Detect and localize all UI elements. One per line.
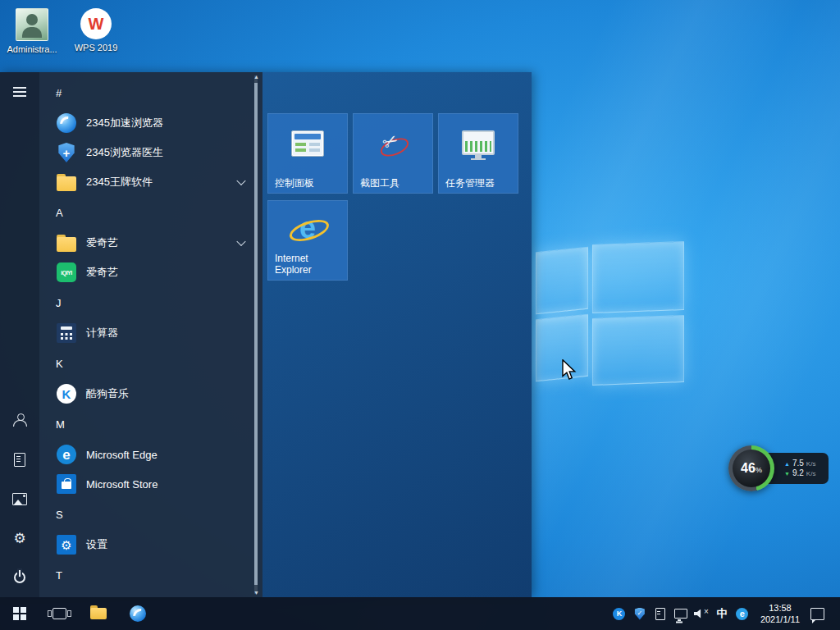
net-speed-widget[interactable]: ▲ 7.5 K/s ▼ 9.2 K/s 46% bbox=[728, 445, 829, 491]
ime-label: 中 bbox=[716, 606, 727, 621]
upload-speed-row: ▲ 7.5 K/s bbox=[784, 459, 829, 468]
tile-internet-explorer[interactable]: e Internet Explorer bbox=[267, 200, 348, 281]
task-manager-icon bbox=[462, 130, 495, 155]
app-item-label: 计算器 bbox=[86, 326, 118, 340]
tile-task-manager[interactable]: 任务管理器 bbox=[438, 113, 518, 194]
taskbar-clock[interactable]: 13:58 2021/1/11 bbox=[756, 602, 805, 625]
scroll-down-arrow[interactable]: ▼ bbox=[253, 590, 259, 596]
power-icon bbox=[13, 571, 26, 584]
tray-document[interactable] bbox=[653, 597, 668, 630]
app-item-2345-speed-browser[interactable]: 2345加速浏览器 bbox=[39, 108, 262, 138]
clock-date: 2021/1/11 bbox=[760, 614, 800, 625]
task-view-button[interactable] bbox=[39, 597, 79, 630]
logo-pane bbox=[592, 241, 684, 313]
shield-icon: ✓ bbox=[634, 608, 645, 620]
iqiyi-icon: iQIYI bbox=[57, 262, 76, 282]
tray-kugou[interactable]: K bbox=[612, 597, 627, 630]
app-item-iqiyi[interactable]: iQIYI 爱奇艺 bbox=[39, 258, 262, 287]
section-header-label: # bbox=[56, 87, 62, 99]
scrollbar-thumb[interactable] bbox=[254, 83, 258, 585]
app-item-microsoft-edge[interactable]: e Microsoft Edge bbox=[39, 440, 262, 469]
logo-pane bbox=[536, 314, 588, 382]
app-item-kugou-music[interactable]: K 酷狗音乐 bbox=[39, 379, 262, 409]
windows-logo-wallpaper bbox=[532, 243, 687, 386]
app-group-tencent-software[interactable]: 腾讯软件 bbox=[39, 591, 262, 597]
section-header-hash[interactable]: # bbox=[39, 77, 262, 108]
network-monitor-icon bbox=[674, 609, 687, 619]
section-header-j[interactable]: J bbox=[39, 287, 262, 318]
section-header-m[interactable]: M bbox=[39, 409, 262, 440]
download-speed-row: ▼ 9.2 K/s bbox=[784, 469, 829, 477]
tray-security-shield[interactable]: ✓ bbox=[632, 597, 647, 630]
action-center-button[interactable] bbox=[810, 597, 828, 630]
tray-volume-muted[interactable]: × bbox=[694, 597, 709, 630]
edge-icon: e bbox=[57, 445, 76, 464]
file-explorer-button[interactable] bbox=[79, 597, 118, 630]
app-item-label: 2345加速浏览器 bbox=[86, 116, 163, 130]
2345-browser-icon bbox=[130, 605, 146, 622]
folder-icon bbox=[90, 608, 107, 619]
chevron-down-icon[interactable] bbox=[236, 176, 245, 185]
tile-label: 任务管理器 bbox=[445, 177, 495, 189]
upload-arrow-icon: ▲ bbox=[784, 461, 790, 467]
usage-percent: 46% bbox=[741, 461, 762, 476]
section-header-a[interactable]: A bbox=[39, 197, 262, 228]
rail-bottom-group: ⚙ bbox=[0, 400, 39, 597]
download-arrow-icon: ▼ bbox=[784, 471, 790, 477]
tray-edge[interactable]: e bbox=[735, 597, 750, 630]
settings-button[interactable]: ⚙ bbox=[0, 518, 39, 558]
power-button[interactable] bbox=[0, 558, 39, 597]
app-group-2345-software[interactable]: 2345王牌软件 bbox=[39, 167, 262, 197]
app-item-settings[interactable]: ⚙ 设置 bbox=[39, 530, 262, 559]
gear-icon: ⚙ bbox=[13, 532, 25, 546]
tile-snipping-tool[interactable]: ✂ 截图工具 bbox=[353, 113, 433, 194]
wps-icon: W bbox=[80, 8, 112, 39]
desktop-icon-wps-2019[interactable]: W WPS 2019 bbox=[66, 8, 126, 52]
system-tray: K ✓ × 中 e 13:58 2021/1/11 bbox=[612, 597, 840, 630]
app-item-label: Microsoft Store bbox=[86, 478, 158, 491]
app-item-label: 酷狗音乐 bbox=[86, 386, 129, 401]
user-account-button[interactable] bbox=[0, 400, 39, 440]
section-header-s[interactable]: S bbox=[39, 499, 262, 530]
speaker-muted-icon: × bbox=[694, 609, 709, 619]
start-menu-rail: ⚙ bbox=[0, 72, 39, 597]
hamburger-icon bbox=[13, 87, 26, 97]
browser-2345-button[interactable] bbox=[118, 597, 158, 630]
folder-icon bbox=[57, 237, 76, 252]
start-button[interactable] bbox=[0, 597, 39, 630]
upload-speed-value: 7.5 bbox=[792, 459, 804, 468]
tray-ime-indicator[interactable]: 中 bbox=[714, 597, 729, 630]
settings-gear-icon: ⚙ bbox=[57, 535, 76, 555]
logo-pane bbox=[536, 247, 588, 315]
chevron-down-icon[interactable] bbox=[236, 237, 245, 246]
document-icon bbox=[14, 453, 25, 467]
memory-usage-ball[interactable]: 46% bbox=[728, 445, 774, 491]
expand-menu-button[interactable] bbox=[0, 72, 39, 112]
folder-icon bbox=[57, 176, 76, 191]
calculator-icon bbox=[57, 323, 76, 343]
tile-label: 控制面板 bbox=[275, 177, 314, 189]
tray-network[interactable] bbox=[673, 597, 688, 630]
app-item-label: 爱奇艺 bbox=[86, 235, 118, 250]
download-speed-value: 9.2 bbox=[792, 469, 804, 477]
store-icon bbox=[57, 474, 76, 494]
section-header-label: K bbox=[56, 358, 63, 370]
start-menu: ⚙ # 2345加速浏览器 + 2345浏览器医生 2345王牌软件 A bbox=[0, 72, 532, 597]
app-group-iqiyi-folder[interactable]: 爱奇艺 bbox=[39, 228, 262, 258]
documents-button[interactable] bbox=[0, 440, 39, 479]
internet-explorer-icon: e bbox=[289, 212, 326, 244]
tile-control-panel[interactable]: 控制面板 bbox=[267, 113, 348, 194]
section-header-k[interactable]: K bbox=[39, 348, 262, 379]
pictures-button[interactable] bbox=[0, 479, 39, 518]
shield-icon: + bbox=[58, 143, 75, 162]
app-item-microsoft-store[interactable]: Microsoft Store bbox=[39, 469, 262, 499]
section-header-t[interactable]: T bbox=[39, 559, 262, 591]
app-item-2345-browser-doctor[interactable]: + 2345浏览器医生 bbox=[39, 138, 262, 167]
start-menu-tiles-area: 控制面板 ✂ 截图工具 任务管理器 bbox=[262, 72, 532, 597]
app-item-label: 2345王牌软件 bbox=[86, 175, 153, 189]
desktop-icon-administrator[interactable]: Administra... bbox=[2, 8, 62, 54]
section-header-label: T bbox=[56, 569, 62, 582]
app-item-calculator[interactable]: 计算器 bbox=[39, 318, 262, 348]
tile-label: 截图工具 bbox=[360, 177, 399, 189]
taskbar: K ✓ × 中 e 13:58 2021/1/11 bbox=[0, 597, 840, 630]
